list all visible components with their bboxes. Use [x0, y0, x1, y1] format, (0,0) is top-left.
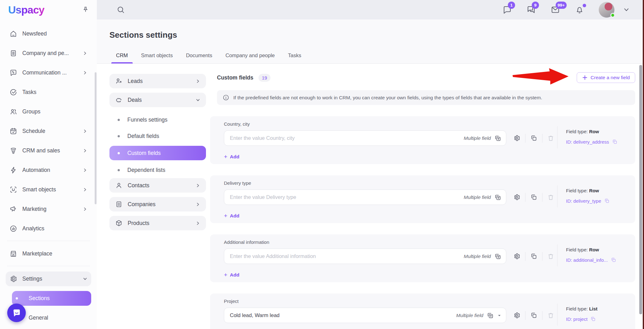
field-value-input-wrap: Multiple field: [224, 189, 506, 205]
calendar-icon: [9, 127, 17, 135]
trash-icon: [547, 312, 554, 319]
multiple-field-icon: [494, 253, 502, 260]
building-icon: [115, 200, 123, 208]
info-banner: If the predefined fields are not enough …: [217, 90, 635, 105]
field-delete-button[interactable]: [547, 312, 554, 319]
copy-icon: [530, 134, 537, 142]
tab-smart-objects[interactable]: Smart objects: [139, 52, 175, 63]
support-chat-button[interactable]: [7, 304, 26, 322]
field-id: ID: additional_info...: [566, 257, 616, 263]
bullet-dot: [118, 119, 120, 121]
tab-company-and-people[interactable]: Company and people: [224, 52, 277, 63]
gear-icon: [513, 194, 520, 201]
copy-id-icon[interactable]: [604, 198, 610, 204]
team-chat-button[interactable]: 9: [526, 5, 536, 14]
custom-fields-panel: Custom fields 19 Create a new field If t…: [210, 64, 635, 329]
multiple-field-icon: [486, 312, 494, 319]
field-delete-button[interactable]: [547, 194, 554, 201]
sidebar-item-marketplace[interactable]: Marketplace: [6, 246, 91, 261]
page: Sections settings CRM Smart objects Docu…: [97, 19, 644, 329]
multiple-field-icon: [494, 194, 502, 201]
chevron-right-icon: [83, 51, 87, 56]
subnav-item-default-fields[interactable]: Default fields: [109, 128, 206, 144]
content: Leads Deals Funnels settings Default fie…: [97, 64, 644, 329]
field-duplicate-button[interactable]: [530, 312, 537, 319]
create-new-field-button[interactable]: Create a new field: [577, 72, 635, 83]
field-card-project: Project Multiple field: [210, 293, 635, 329]
sidebar-item-automation[interactable]: Automation: [6, 163, 91, 178]
page-scrollbar[interactable]: [639, 65, 642, 314]
online-status-dot: [610, 13, 615, 18]
search-icon[interactable]: [116, 5, 125, 14]
field-delete-button[interactable]: [547, 253, 554, 260]
user-avatar[interactable]: [599, 2, 614, 18]
subnav-item-products[interactable]: Products: [109, 216, 206, 230]
sidebar-scrollbar[interactable]: [95, 72, 97, 204]
copy-id-icon[interactable]: [590, 316, 596, 322]
subnav-item-deals[interactable]: Deals: [109, 93, 206, 107]
field-settings-button[interactable]: [513, 312, 520, 319]
field-value-input[interactable]: [230, 194, 464, 200]
field-delete-button[interactable]: [547, 134, 554, 142]
tab-documents[interactable]: Documents: [184, 52, 214, 63]
crm-subnav: Leads Deals Funnels settings Default fie…: [109, 74, 206, 235]
sidebar-item-communication[interactable]: Communication ...: [6, 65, 91, 80]
field-duplicate-button[interactable]: [530, 194, 537, 201]
field-value-input[interactable]: [230, 135, 464, 141]
sidebar-item-sections[interactable]: Sections: [12, 291, 91, 306]
copy-icon: [530, 312, 537, 319]
sidebar-item-groups[interactable]: Groups: [6, 104, 91, 119]
section-heading: Custom fields: [217, 74, 253, 81]
sidebar-item-smart-objects[interactable]: Smart objects: [6, 182, 91, 197]
subnav-item-custom-fields[interactable]: Custom fields: [109, 146, 206, 160]
field-settings-button[interactable]: [513, 194, 520, 201]
field-duplicate-button[interactable]: [530, 253, 537, 260]
gear-icon: [9, 275, 17, 283]
copy-id-icon[interactable]: [612, 139, 618, 145]
chevron-right-icon: [83, 148, 87, 153]
sidebar-item-settings[interactable]: Settings: [6, 271, 91, 286]
subnav-item-funnels-settings[interactable]: Funnels settings: [109, 112, 206, 128]
tab-tasks[interactable]: Tasks: [286, 52, 303, 63]
field-id: ID: delivery_address: [566, 139, 618, 145]
subnav-item-companies[interactable]: Companies: [109, 197, 206, 211]
bullet-dot: [16, 297, 18, 299]
funnel-icon: [9, 147, 17, 155]
sidebar-item-newsfeed[interactable]: Newsfeed: [6, 26, 91, 41]
chat-button[interactable]: 1: [502, 5, 512, 14]
profile-menu-chevron-icon[interactable]: [623, 7, 630, 13]
home-icon: [9, 30, 17, 38]
field-duplicate-button[interactable]: [530, 134, 537, 142]
field-settings-button[interactable]: [513, 253, 520, 260]
field-id: ID: delivery_type: [566, 198, 610, 204]
package-icon: [115, 219, 123, 227]
add-value-button[interactable]: +Add: [224, 213, 239, 219]
pin-icon[interactable]: [82, 6, 89, 14]
field-settings-button[interactable]: [513, 134, 520, 142]
field-value-input[interactable]: [230, 312, 456, 318]
sidebar-item-analytics[interactable]: Analytics: [6, 221, 91, 236]
subnav-item-leads[interactable]: Leads: [109, 74, 206, 88]
card-divider: [557, 126, 558, 148]
multiple-field-icon: [494, 134, 502, 142]
dropdown-caret-icon[interactable]: [497, 313, 502, 318]
sidebar-item-marketing[interactable]: Marketing: [6, 202, 91, 217]
field-value-input-wrap: Multiple field: [224, 130, 506, 146]
mail-badge: 99+: [556, 2, 567, 9]
add-value-button[interactable]: +Add: [224, 154, 239, 160]
sidebar-item-crm-and-sales[interactable]: CRM and sales: [6, 143, 91, 158]
subnav-item-dependent-lists[interactable]: Dependent lists: [109, 162, 206, 178]
sidebar-item-company-and-people[interactable]: Company and pe...: [6, 46, 91, 61]
tab-crm[interactable]: CRM: [114, 52, 130, 63]
field-type: Field type: Row: [566, 188, 610, 193]
notifications-button[interactable]: [575, 5, 584, 14]
mail-button[interactable]: 99+: [550, 5, 560, 14]
field-value-input[interactable]: [230, 253, 464, 259]
subnav-item-contacts[interactable]: Contacts: [109, 178, 206, 193]
add-value-button[interactable]: +Add: [224, 272, 239, 278]
sidebar-item-tasks[interactable]: Tasks: [6, 85, 91, 100]
sidebar-item-schedule[interactable]: Schedule: [6, 124, 91, 139]
copy-id-icon[interactable]: [611, 257, 616, 263]
lightning-icon: [9, 166, 17, 174]
trash-icon: [547, 134, 554, 142]
